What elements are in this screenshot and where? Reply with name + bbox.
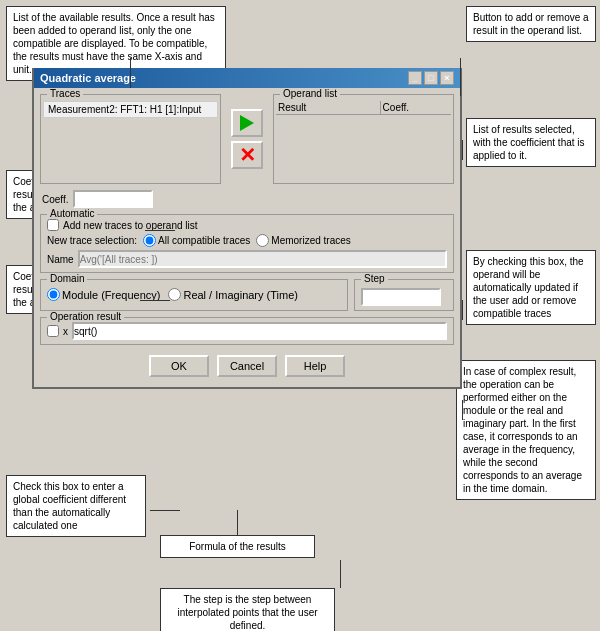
annotation-bottom-step: The step is the step between interpolate… [160, 588, 335, 631]
operation-result-section: Operation result x [40, 317, 454, 345]
arrow-line-top-left [130, 58, 131, 88]
step-label: Step [361, 273, 388, 284]
minimize-button[interactable]: _ [408, 71, 422, 85]
dialog: Quadratic average _ □ × Traces Measureme… [32, 68, 462, 389]
radio-module-label: Module (Frequency) [62, 289, 160, 301]
op-x-label: x [63, 326, 68, 337]
radio-real-imag[interactable] [168, 288, 181, 301]
arrow-right-icon [240, 115, 254, 131]
close-button[interactable]: × [440, 71, 454, 85]
annotation-top-right: Button to add or remove a result in the … [466, 6, 596, 42]
annotation-bottom-middle: Formula of the results [160, 535, 315, 558]
auto-checkbox[interactable] [47, 219, 59, 231]
radio-memorized[interactable] [256, 234, 269, 247]
arrow-line-step-bottom [340, 560, 341, 588]
maximize-button[interactable]: □ [424, 71, 438, 85]
arrow-line-mid-right [462, 140, 463, 160]
dialog-titlebar: Quadratic average _ □ × [34, 68, 460, 88]
annotation-step-right: In case of complex result, the operation… [456, 360, 596, 500]
operand-coeff-header: Coeff. [381, 101, 451, 114]
arrow-line-top-right [460, 58, 461, 96]
arrow-line-auto-right [462, 300, 463, 320]
coeff-label: Coeff. [42, 194, 69, 205]
op-checkbox[interactable] [47, 325, 59, 337]
radio-all-label: All compatible traces [158, 235, 250, 246]
automatic-section: Automatic Add new traces to operand list… [40, 214, 454, 273]
op-formula-input[interactable] [72, 322, 447, 340]
add-button[interactable] [231, 109, 263, 137]
automatic-label: Automatic [47, 208, 97, 219]
dialog-title: Quadratic average [40, 72, 136, 84]
help-button[interactable]: Help [285, 355, 345, 377]
titlebar-buttons: _ □ × [408, 71, 454, 85]
remove-icon: ✕ [239, 143, 256, 167]
operand-label: Operand list [280, 88, 340, 99]
domain-section: Domain Module (Frequency) Real / Imagina… [40, 279, 348, 311]
radio-real-imag-label: Real / Imaginary (Time) [183, 289, 298, 301]
traces-section: Traces Measurement2: FFT1: H1 [1]:Input [40, 94, 221, 184]
cancel-button[interactable]: Cancel [217, 355, 277, 377]
annotation-bottom-left: Check this box to enter a global coeffic… [6, 475, 146, 537]
arrow-line-coeff-left [145, 230, 175, 231]
auto-checkbox-label: Add new traces to operand list [63, 220, 198, 231]
coeff-row: Coeff. [40, 190, 454, 208]
coeff-input[interactable] [73, 190, 153, 208]
arrow-line-step-right [462, 400, 463, 420]
bottom-buttons: OK Cancel Help [40, 351, 454, 381]
arrow-line-bottom-left [150, 510, 180, 511]
trace-selection-label: New trace selection: [47, 235, 137, 246]
name-label: Name [47, 254, 74, 265]
traces-label: Traces [47, 88, 83, 99]
operand-result-header: Result [276, 101, 381, 114]
annotation-auto-right: By checking this box, the operand will b… [466, 250, 596, 325]
operand-section: Operand list Result Coeff. [273, 94, 454, 184]
radio-memorized-label: Memorized traces [271, 235, 350, 246]
radio-all-compatible[interactable] [143, 234, 156, 247]
radio-module[interactable] [47, 288, 60, 301]
ok-button[interactable]: OK [149, 355, 209, 377]
remove-button[interactable]: ✕ [231, 141, 263, 169]
trace-item[interactable]: Measurement2: FFT1: H1 [1]:Input [43, 101, 218, 118]
name-input[interactable] [78, 250, 447, 268]
arrow-line-coeff-left2 [140, 300, 170, 301]
op-label: Operation result [47, 311, 124, 322]
annotation-middle-right-top: List of results selected, with the coeff… [466, 118, 596, 167]
step-input[interactable] [361, 288, 441, 306]
domain-label: Domain [47, 273, 87, 284]
arrow-line-formula [237, 510, 238, 535]
step-section: Step [354, 279, 454, 311]
